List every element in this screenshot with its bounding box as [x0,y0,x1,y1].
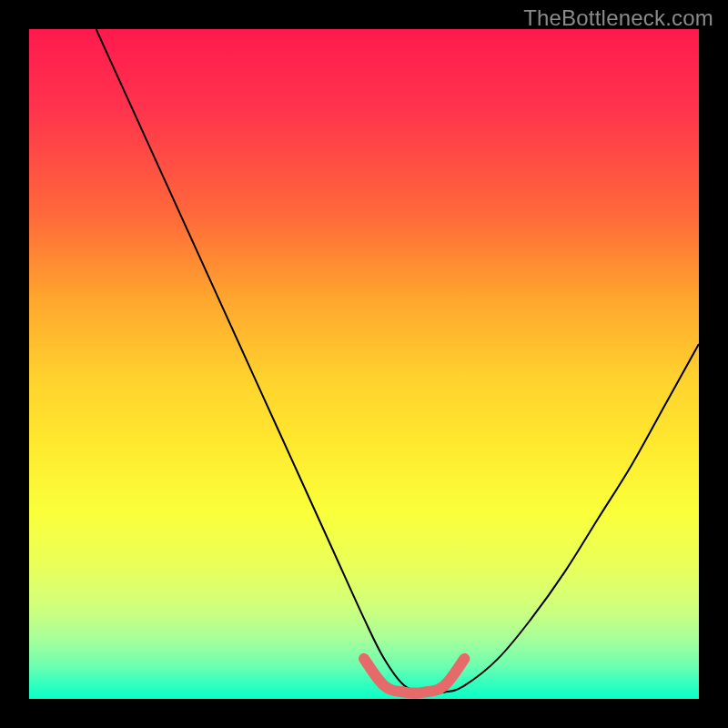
curve-layer [29,29,699,699]
plot-area [29,29,699,699]
chart-frame: TheBottleneck.com [0,0,728,728]
main-curve [96,29,699,693]
bottom-marker [364,659,464,693]
watermark-text: TheBottleneck.com [523,5,713,31]
